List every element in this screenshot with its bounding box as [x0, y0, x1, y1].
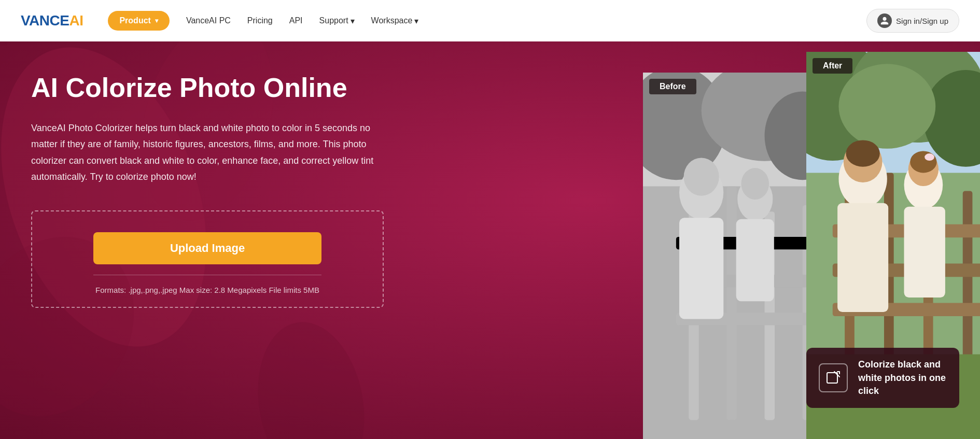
nav-vanceai-pc[interactable]: VanceAI PC [186, 16, 231, 25]
upload-box: Upload Image Formats: .jpg,.png,.jpeg Ma… [31, 210, 384, 308]
colorize-info-card: Colorize black and white photos in one c… [806, 348, 959, 408]
before-photo [643, 73, 817, 439]
colorize-card-text: Colorize black and white photos in one c… [858, 358, 947, 398]
nav-api[interactable]: API [289, 16, 303, 25]
svg-rect-10 [726, 186, 737, 420]
hero-section: AI Colorize Photo Online VanceAI Photo C… [0, 41, 980, 439]
svg-point-44 [925, 153, 934, 161]
signin-label: Sign in/Sign up [896, 17, 948, 25]
navbar: VANCE AI Product ▾ VanceAI PC Pricing AP… [0, 0, 980, 41]
before-label: Before [649, 79, 696, 94]
upload-divider [93, 275, 321, 275]
svg-point-39 [846, 140, 879, 166]
support-chevron-icon: ▾ [351, 16, 355, 26]
upload-image-button[interactable]: Upload Image [93, 232, 321, 264]
hero-content: AI Colorize Photo Online VanceAI Photo C… [0, 41, 415, 329]
logo: VANCE AI [21, 12, 83, 29]
before-image-wrap: Before [643, 73, 817, 439]
nav-support[interactable]: Support ▾ [319, 16, 355, 26]
account-icon [877, 13, 892, 28]
signin-button[interactable]: Sign in/Sign up [866, 9, 959, 33]
after-image-wrap: After [806, 52, 980, 439]
product-label: Product [119, 16, 150, 25]
workspace-label: Workspace [371, 16, 413, 25]
chevron-down-icon: ▾ [155, 17, 158, 24]
svg-point-21 [741, 168, 769, 200]
support-label: Support [319, 16, 348, 25]
hero-title: AI Colorize Photo Online [31, 73, 384, 104]
nav-pricing[interactable]: Pricing [247, 16, 273, 25]
svg-rect-17 [679, 218, 723, 319]
svg-rect-20 [736, 219, 774, 301]
logo-ai-text: AI [69, 12, 83, 29]
workspace-chevron-icon: ▾ [414, 16, 418, 26]
svg-point-18 [684, 158, 719, 196]
logo-vance-text: VANCE [21, 12, 69, 29]
svg-point-27 [838, 64, 935, 148]
svg-rect-41 [904, 207, 945, 298]
hero-description: VanceAI Photo Colorizer helps turn black… [31, 120, 384, 186]
svg-point-43 [910, 151, 936, 173]
product-button[interactable]: Product ▾ [108, 11, 169, 31]
hero-image-comparison: Before [643, 41, 980, 439]
nav-workspace[interactable]: Workspace ▾ [371, 16, 419, 26]
upload-formats-text: Formats: .jpg,.png,.jpeg Max size: 2.8 M… [95, 286, 319, 294]
svg-rect-45 [827, 373, 837, 383]
colorize-card-icon [819, 363, 848, 392]
after-label: After [813, 58, 852, 74]
svg-rect-37 [837, 203, 888, 312]
